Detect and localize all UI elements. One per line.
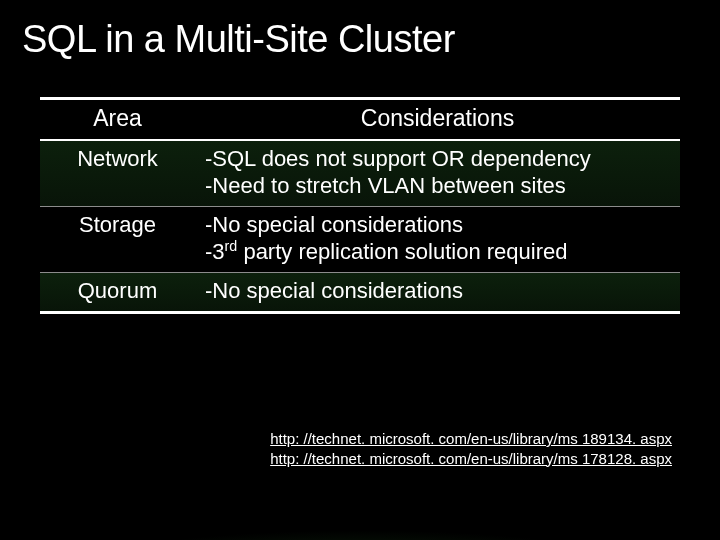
table-header-row: Area Considerations	[40, 99, 680, 140]
header-considerations: Considerations	[195, 99, 680, 140]
table-row: Quorum -No special considerations	[40, 273, 680, 313]
table-row: Network -SQL does not support OR depende…	[40, 140, 680, 207]
cell-area: Storage	[40, 206, 195, 272]
cell-considerations: -SQL does not support OR dependency-Need…	[195, 140, 680, 207]
cell-considerations: -No special considerations-3rd party rep…	[195, 206, 680, 272]
reference-links: http: //technet. microsoft. com/en-us/li…	[270, 429, 672, 468]
considerations-table: Area Considerations Network -SQL does no…	[40, 97, 680, 314]
cell-area: Network	[40, 140, 195, 207]
cell-area: Quorum	[40, 273, 195, 313]
cell-considerations: -No special considerations	[195, 273, 680, 313]
header-area: Area	[40, 99, 195, 140]
reference-link[interactable]: http: //technet. microsoft. com/en-us/li…	[270, 429, 672, 449]
table-row: Storage -No special considerations-3rd p…	[40, 206, 680, 272]
slide: SQL in a Multi-Site Cluster Area Conside…	[0, 0, 720, 540]
reference-link[interactable]: http: //technet. microsoft. com/en-us/li…	[270, 449, 672, 469]
page-title: SQL in a Multi-Site Cluster	[22, 18, 698, 61]
